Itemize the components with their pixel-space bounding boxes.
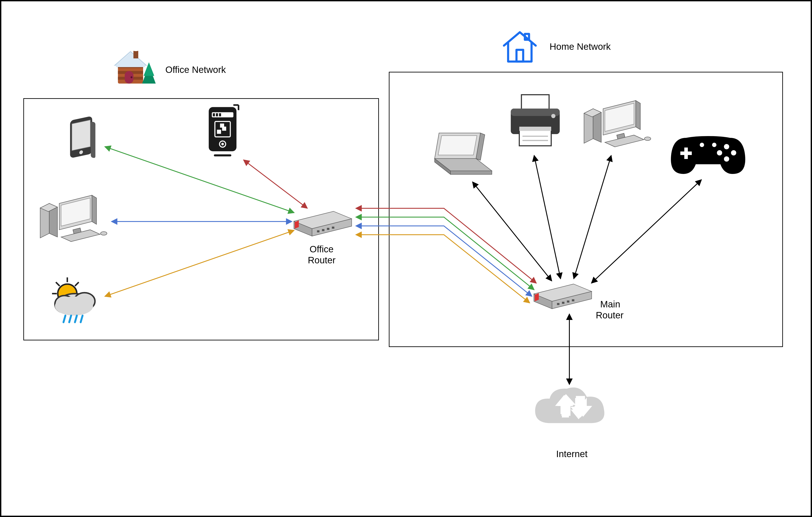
diagram-canvas: Office Network Home Network: [0, 0, 812, 517]
svg-line-43: [75, 282, 79, 286]
svg-rect-60: [332, 227, 334, 229]
home-network-title: Home Network: [550, 41, 611, 53]
cabin-icon: [109, 41, 157, 90]
svg-rect-13: [72, 120, 90, 151]
svg-point-48: [55, 296, 93, 316]
svg-marker-67: [451, 171, 492, 174]
svg-rect-99: [562, 301, 564, 304]
svg-marker-35: [92, 195, 97, 224]
svg-rect-17: [212, 112, 233, 117]
internet-label: Internet: [556, 448, 587, 460]
svg-marker-106: [557, 396, 573, 418]
svg-rect-61: [517, 50, 523, 61]
gamepad-icon: [668, 122, 748, 180]
svg-marker-64: [438, 136, 477, 155]
svg-rect-27: [214, 154, 231, 156]
house-icon: [499, 26, 541, 68]
svg-rect-69: [521, 95, 549, 110]
weather-icon: [46, 275, 103, 328]
office-router-icon: [290, 206, 356, 242]
svg-rect-62: [525, 34, 529, 40]
svg-rect-18: [213, 113, 215, 116]
svg-line-49: [63, 316, 65, 322]
smartphone-icon: [65, 111, 103, 163]
svg-line-52: [81, 316, 83, 322]
svg-point-93: [712, 143, 717, 147]
svg-rect-100: [567, 300, 569, 303]
tablet-icon: [200, 103, 246, 161]
svg-line-50: [69, 316, 71, 322]
svg-point-85: [644, 137, 651, 141]
svg-rect-19: [216, 113, 218, 116]
svg-point-91: [717, 150, 722, 155]
svg-point-9: [130, 77, 133, 78]
svg-marker-82: [636, 100, 640, 130]
main-router-label-2: Router: [596, 310, 624, 321]
svg-rect-59: [327, 228, 329, 230]
svg-rect-15: [91, 121, 95, 158]
laptop-icon: [424, 127, 494, 185]
svg-rect-57: [317, 230, 319, 232]
office-router-label-1: Office: [310, 243, 334, 255]
printer-icon: [503, 89, 567, 154]
svg-point-89: [731, 150, 736, 155]
office-desktop-icon: [36, 189, 109, 251]
svg-point-92: [700, 143, 704, 147]
svg-rect-87: [680, 151, 692, 155]
svg-point-7: [132, 47, 140, 51]
svg-rect-98: [557, 303, 559, 305]
main-router-icon: [530, 279, 596, 315]
svg-point-90: [724, 156, 729, 162]
office-network-title: Office Network: [165, 64, 226, 76]
svg-rect-74: [519, 126, 551, 131]
svg-marker-5: [116, 53, 145, 67]
svg-line-42: [56, 282, 60, 286]
main-router-label-1: Main: [600, 298, 620, 310]
svg-point-88: [724, 144, 729, 149]
svg-rect-20: [219, 113, 221, 116]
svg-line-51: [75, 316, 77, 322]
svg-rect-24: [220, 123, 224, 128]
svg-rect-101: [572, 299, 574, 301]
svg-rect-58: [322, 229, 324, 231]
svg-point-38: [100, 232, 107, 235]
svg-point-26: [221, 143, 224, 146]
svg-point-72: [551, 114, 555, 118]
svg-marker-107: [571, 398, 586, 419]
svg-rect-22: [217, 130, 221, 134]
office-router-label-2: Router: [308, 255, 336, 266]
home-desktop-icon: [580, 94, 653, 156]
cloud-arrows-icon: [550, 391, 593, 427]
